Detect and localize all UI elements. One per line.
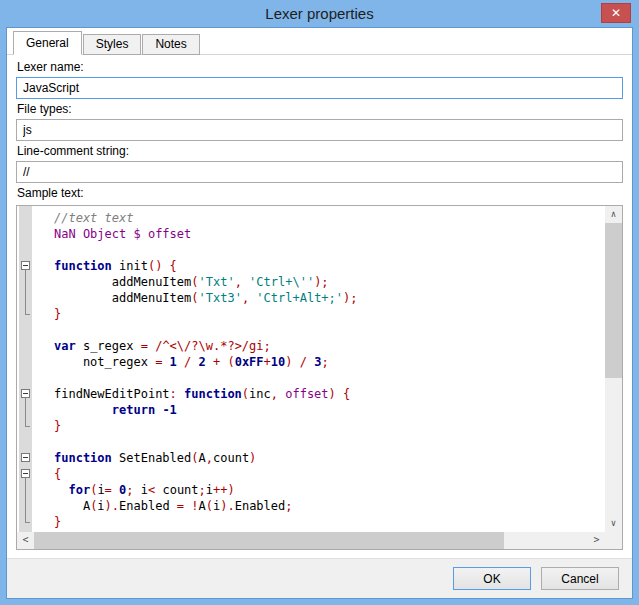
code-token: return <box>54 403 155 417</box>
scroll-down-icon[interactable]: ∨ <box>605 515 622 532</box>
code-token: i <box>206 483 213 497</box>
close-button[interactable]: ✕ <box>601 3 631 23</box>
code-line: for(i= 0; i< count;i++) <box>54 482 605 498</box>
fold-toggle-icon[interactable] <box>19 466 32 482</box>
code-token: for <box>68 483 90 497</box>
tab-bar: General Styles Notes <box>13 31 201 55</box>
code-token: Enabled <box>235 499 286 513</box>
title-bar[interactable]: Lexer properties ✕ <box>0 0 639 28</box>
code-token: ( <box>191 291 198 305</box>
code-token: A <box>54 499 90 513</box>
code-token: } <box>54 419 61 433</box>
ok-button[interactable]: OK <box>453 567 531 590</box>
window-title: Lexer properties <box>0 5 639 22</box>
code-token: , <box>235 275 249 289</box>
code-token: /^<\/?\w.*?>/gi <box>155 339 263 353</box>
cancel-button[interactable]: Cancel <box>541 567 619 590</box>
sample-text-label: Sample text: <box>17 186 623 200</box>
code-token: } <box>54 515 61 529</box>
code-token: ; <box>264 339 271 353</box>
code-token: ) <box>249 451 256 465</box>
code-token: < <box>148 483 162 497</box>
code-line: function SetEnabled(A,count) <box>54 450 605 466</box>
code-token <box>54 483 68 497</box>
code-token: 'Txt3' <box>199 291 242 305</box>
tab-styles[interactable]: Styles <box>83 34 142 55</box>
tab-general[interactable]: General <box>13 31 82 55</box>
fold-toggle-icon[interactable] <box>19 258 32 274</box>
fold-minus-icon <box>21 389 30 398</box>
horizontal-scroll-thumb[interactable] <box>34 532 504 549</box>
sample-text-editor[interactable]: //text textNaN Object $ offsetfunction i… <box>16 205 623 550</box>
code-token: 2 <box>199 355 206 369</box>
code-line: } <box>54 306 605 322</box>
fold-toggle-icon[interactable] <box>19 450 32 466</box>
code-token: 'Txt' <box>199 275 235 289</box>
code-line: return -1 <box>54 402 605 418</box>
code-token: , <box>206 451 213 465</box>
fold-margin-cell <box>19 370 32 386</box>
line-comment-label: Line-comment string: <box>17 144 623 158</box>
code-token: ; <box>126 483 140 497</box>
fold-margin-cell <box>19 274 32 290</box>
code-token: () { <box>148 259 177 273</box>
line-comment-input[interactable] <box>16 161 623 183</box>
code-token: function <box>54 259 112 273</box>
button-footer: OK Cancel <box>7 558 632 598</box>
lexer-properties-window: { "window": { "title": "Lexer properties… <box>0 0 639 605</box>
close-icon: ✕ <box>611 6 621 20</box>
code-line: } <box>54 514 605 530</box>
code-token: not_regex <box>54 355 155 369</box>
code-token: : <box>170 387 184 401</box>
code-line: A(i).Enabled = !A(i).Enabled; <box>54 498 605 514</box>
vertical-scrollbar[interactable]: ∧ ∨ <box>605 206 622 532</box>
code-token: / <box>177 355 199 369</box>
code-token: ) / <box>285 355 314 369</box>
code-token: { <box>54 467 61 481</box>
dialog-client-area: General Styles Notes Lexer name: File ty… <box>7 28 632 598</box>
code-token: + <box>264 355 271 369</box>
code-token: -1 <box>162 403 176 417</box>
code-token: ) { <box>329 387 351 401</box>
fold-margin-cell <box>19 514 32 530</box>
code-line: addMenuItem('Txt', 'Ctrl+\''); <box>54 274 605 290</box>
code-area[interactable]: //text textNaN Object $ offsetfunction i… <box>34 206 605 532</box>
fold-margin-cell <box>19 482 32 498</box>
scroll-left-icon[interactable]: < <box>17 532 34 549</box>
fold-margin-cell <box>19 226 32 242</box>
code-token: , <box>242 291 256 305</box>
tab-notes[interactable]: Notes <box>142 34 199 55</box>
code-token: ; <box>285 499 292 513</box>
code-line: not_regex = 1 / 2 + (0xFF+10) / 3; <box>54 354 605 370</box>
code-token: ); <box>314 275 328 289</box>
code-token: addMenuItem <box>54 275 191 289</box>
code-token: ); <box>343 291 357 305</box>
fold-margin-cell <box>19 210 32 226</box>
code-token: inc <box>249 387 271 401</box>
vertical-scroll-thumb[interactable] <box>605 223 622 378</box>
file-types-input[interactable] <box>16 119 623 141</box>
code-token: ). <box>220 499 234 513</box>
code-token: ). <box>105 499 119 513</box>
code-line: NaN Object $ offset <box>54 226 605 242</box>
fold-toggle-icon[interactable] <box>19 386 32 402</box>
code-token: var <box>54 339 76 353</box>
code-token: A <box>199 451 206 465</box>
code-token: function <box>54 451 112 465</box>
code-token: 10 <box>271 355 285 369</box>
code-token: s_regex <box>76 339 141 353</box>
fold-margin-cell <box>19 418 32 434</box>
fold-minus-icon <box>21 469 30 478</box>
code-token: 1 <box>170 355 177 369</box>
code-token: ; <box>199 483 206 497</box>
code-token: addMenuItem <box>54 291 191 305</box>
code-line: function init() { <box>54 258 605 274</box>
horizontal-scrollbar[interactable]: < > <box>17 532 605 549</box>
code-token: function <box>184 387 242 401</box>
code-line <box>54 322 605 338</box>
fold-minus-icon <box>21 453 30 462</box>
scroll-up-icon[interactable]: ∧ <box>605 206 622 223</box>
scroll-right-icon[interactable]: > <box>588 532 605 549</box>
code-line: findNewEditPoint: function(inc, offset) … <box>54 386 605 402</box>
lexer-name-input[interactable] <box>16 77 623 99</box>
